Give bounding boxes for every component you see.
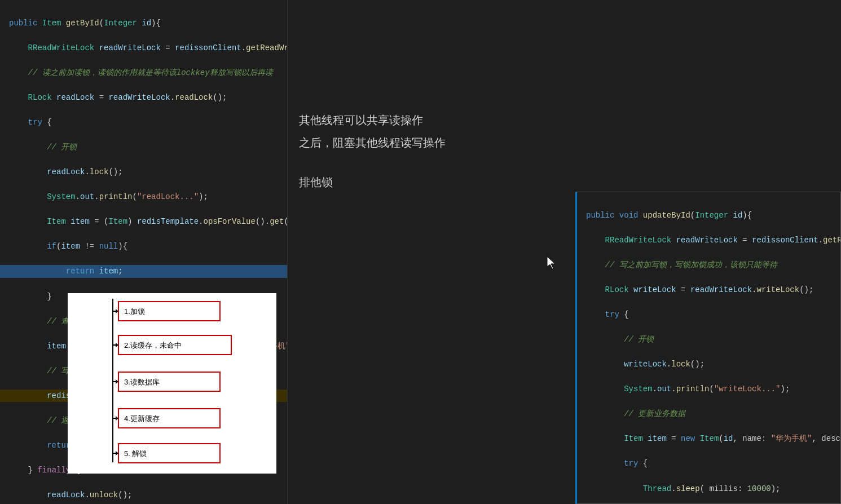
mouse-cursor (547, 257, 558, 272)
code-line: Item item = new Item(id, name: "华为手机", d… (577, 432, 840, 445)
main-container: public Item getById(Integer id){ RReadWr… (0, 0, 841, 504)
code-line: RLock writeLock = readWriteLock.writeLoc… (577, 284, 840, 296)
svg-text:5. 解锁: 5. 解锁 (124, 449, 147, 458)
svg-text:3.读数据库: 3.读数据库 (124, 378, 160, 386)
popup-code-panel: public void updateById(Integer id){ RRea… (575, 192, 841, 504)
diagram-area: 1.加锁 2.读缓存，未命中 3.读数据库 4.更新缓存 (68, 293, 276, 474)
code-line: readLock.lock(); (0, 166, 287, 178)
code-line: readLock.unlock(); (0, 489, 287, 501)
code-line: // 写之前加写锁，写锁加锁成功，该锁只能等待 (577, 259, 840, 271)
code-line: Item item = (Item) redisTemplate.opsForV… (0, 215, 287, 228)
code-line: // 读之前加读锁，读锁的作用就是等待该lockkey释放写锁以后再读 (0, 67, 287, 79)
code-line: RReadWriteLock readWriteLock = redissonC… (0, 42, 287, 54)
code-line: public Item getById(Integer id){ (0, 17, 287, 29)
code-line: return item; (0, 265, 287, 277)
left-code-panel: public Item getById(Integer id){ RReadWr… (0, 0, 288, 504)
code-line: System.out.println("writeLock..."); (577, 383, 840, 395)
code-line: try { (577, 308, 840, 321)
svg-text:4.更新缓存: 4.更新缓存 (124, 414, 160, 423)
code-line: try { (0, 116, 287, 129)
code-line: RReadWriteLock readWriteLock = redissonC… (577, 234, 840, 246)
code-line: RLock readLock = readWriteLock.readLock(… (0, 91, 287, 104)
code-line: if(item != null){ (0, 240, 287, 253)
svg-marker-21 (547, 257, 555, 269)
code-line: try { (577, 457, 840, 470)
annotation-2: 之后，阻塞其他线程读写操作 (299, 135, 446, 151)
code-line: // 开锁 (577, 333, 840, 346)
code-line: // 更新业务数据 (577, 408, 840, 420)
code-line: // 开锁 (0, 141, 287, 153)
svg-text:1.加锁: 1.加锁 (124, 307, 145, 316)
code-line: public void updateById(Integer id){ (577, 209, 840, 222)
code-line: System.out.println("readLock..."); (0, 191, 287, 203)
popup-code-block: public void updateById(Integer id){ RRea… (577, 192, 840, 504)
right-panel: 其他线程可以共享读操作 之后，阻塞其他线程读写操作 排他锁 public voi… (288, 0, 841, 504)
diagram-svg: 1.加锁 2.读缓存，未命中 3.读数据库 4.更新缓存 (68, 293, 276, 474)
code-line: writeLock.lock(); (577, 358, 840, 370)
annotation-1: 其他线程可以共享读操作 (299, 113, 423, 128)
svg-text:2.读缓存，未命中: 2.读缓存，未命中 (124, 341, 182, 350)
code-line: Thread.sleep( millis: 10000); (577, 483, 840, 495)
annotation-3: 排他锁 (299, 175, 333, 190)
